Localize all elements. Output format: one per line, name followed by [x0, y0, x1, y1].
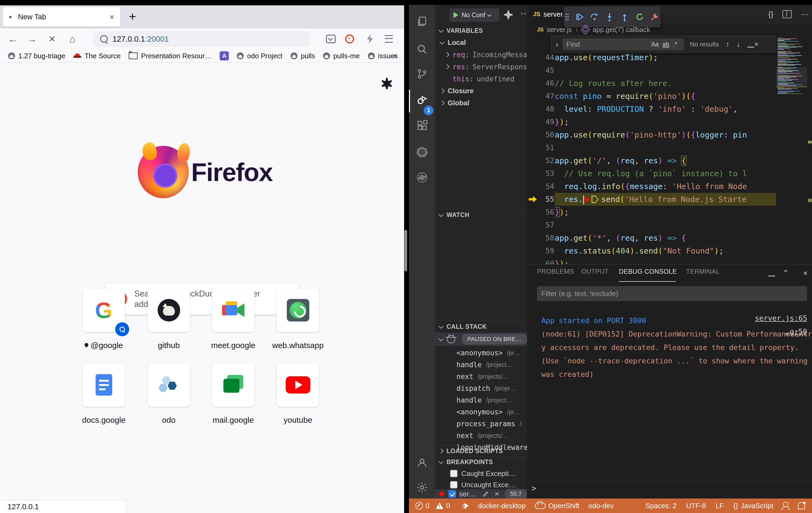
- code-line[interactable]: res.send('Hello from Node.js Starte: [555, 193, 776, 206]
- loaded-scripts-section-header[interactable]: LOADED SCRIPTS: [435, 445, 527, 457]
- debug-status-icon[interactable]: [459, 503, 469, 508]
- code-line[interactable]: // Use req.log (a `pino` instance) to l: [555, 167, 776, 180]
- code-line[interactable]: });: [555, 206, 776, 219]
- forward-button[interactable]: →: [25, 28, 39, 50]
- indentation-status[interactable]: Spaces: 2: [645, 502, 677, 510]
- panel-tab-terminal[interactable]: TERMINAL: [686, 268, 720, 275]
- variable-row[interactable]: Global: [435, 97, 527, 109]
- panel-tab-output[interactable]: OUTPUT: [581, 268, 609, 275]
- console-source-link[interactable]: server.js:65: [755, 314, 807, 322]
- maximize-panel-icon[interactable]: ⌃: [782, 268, 789, 278]
- kubernetes-icon[interactable]: [409, 140, 435, 164]
- sticky-braces-icon[interactable]: {}: [768, 10, 773, 19]
- variable-row[interactable]: Local: [435, 36, 527, 49]
- panel-tab-debug-console[interactable]: DEBUG CONSOLE: [619, 268, 677, 275]
- continue-button[interactable]: [575, 12, 584, 22]
- tab-close-icon[interactable]: ×: [109, 12, 114, 21]
- stop-button[interactable]: ×: [45, 28, 59, 50]
- minimap[interactable]: [776, 31, 807, 264]
- bookmark-item[interactable]: The Source: [73, 52, 121, 60]
- code-line[interactable]: app.use(requestTimer);: [555, 51, 776, 64]
- bookmark-item[interactable]: pulls: [291, 52, 315, 60]
- odo-dev-status[interactable]: odo-dev: [588, 502, 614, 510]
- edit-breakpoint-icon[interactable]: [482, 490, 489, 497]
- openshift-context[interactable]: OpenShift: [535, 502, 579, 510]
- eol-status[interactable]: LF: [716, 502, 724, 510]
- find-collapse-chevron[interactable]: ›: [556, 40, 558, 49]
- code-line[interactable]: // Log routes after here.: [555, 77, 776, 90]
- settings-gear-icon[interactable]: [409, 476, 435, 499]
- pocket-icon[interactable]: [324, 28, 338, 50]
- newtab-search-bar[interactable]: Search with DuckDuckGo or enter address: [105, 283, 298, 315]
- code-line[interactable]: });: [555, 115, 776, 129]
- find-previous-icon[interactable]: ↑: [726, 40, 730, 49]
- window-scrollbar-thumb[interactable]: [404, 230, 407, 271]
- code-line[interactable]: app.get('/', (req, res) => {: [555, 154, 776, 167]
- code-line[interactable]: res.status(404).send("Not Found");: [555, 245, 776, 257]
- breakpoint-caught-exceptions[interactable]: Caught Excepti…: [435, 468, 527, 479]
- bookmarks-overflow-chevron[interactable]: »: [392, 50, 397, 60]
- find-widget[interactable]: › Aa ab .* No results ↑ ↓ ×: [551, 36, 781, 53]
- shortcut-search-badge[interactable]: [115, 322, 129, 336]
- accounts-icon[interactable]: [409, 451, 435, 474]
- breadcrumb[interactable]: JS server.js › app.get('/') callback: [527, 24, 812, 35]
- explorer-icon[interactable]: [409, 10, 435, 33]
- toolbar-drag-grip[interactable]: [565, 13, 569, 21]
- overview-ruler[interactable]: [808, 5, 812, 264]
- openshift-icon[interactable]: [409, 166, 435, 189]
- shortcut-docs-google[interactable]: [83, 363, 125, 407]
- step-into-button[interactable]: [605, 12, 614, 22]
- restart-button[interactable]: [635, 12, 644, 22]
- bookmark-item[interactable]: 1.27 bug-triage: [8, 52, 65, 60]
- stack-frame[interactable]: next/projects/…: [435, 371, 527, 382]
- split-editor-icon[interactable]: [782, 10, 791, 18]
- lightning-extension-icon[interactable]: [363, 28, 377, 50]
- shortcut-meet-google[interactable]: [212, 288, 254, 332]
- regex-toggle[interactable]: .*: [673, 41, 677, 48]
- variables-section-header[interactable]: VARIABLES: [435, 25, 527, 36]
- stack-frame[interactable]: handle/project…: [435, 359, 527, 371]
- code-line[interactable]: req.log.info({message: 'Hello from Node: [555, 180, 776, 193]
- remove-breakpoint-icon[interactable]: ×: [495, 490, 499, 498]
- shortcut-github[interactable]: [148, 288, 190, 332]
- code-line[interactable]: [555, 64, 776, 77]
- bookmark-item[interactable]: A: [220, 51, 229, 60]
- configure-gear-icon[interactable]: [504, 11, 512, 19]
- notifications-bell-icon[interactable]: [798, 502, 805, 509]
- code-line[interactable]: [555, 141, 776, 154]
- extensions-icon[interactable]: [409, 114, 435, 137]
- editor-more-actions-icon[interactable]: ⋯: [801, 10, 808, 19]
- whole-word-toggle[interactable]: ab: [662, 41, 669, 48]
- find-next-icon[interactable]: ↓: [736, 40, 740, 49]
- breakpoint-server-row[interactable]: ser… × 55:7: [435, 489, 527, 498]
- back-button[interactable]: ←: [6, 28, 20, 50]
- breakpoint-uncaught-exceptions[interactable]: Uncaught Exce…: [435, 479, 527, 490]
- checkbox[interactable]: [448, 490, 456, 498]
- variable-row[interactable]: Closure: [435, 85, 527, 97]
- step-out-button[interactable]: [620, 12, 629, 22]
- console-source-link[interactable]: …g:50: [785, 327, 807, 336]
- browser-tab-new-tab[interactable]: New Tab ×: [3, 7, 120, 27]
- code-line[interactable]: const pino = require('pino')({: [555, 90, 776, 103]
- variable-row[interactable]: this:undefined: [435, 73, 527, 85]
- bookmark-item[interactable]: pulls-me: [323, 52, 359, 60]
- find-close-icon[interactable]: ×: [754, 40, 759, 49]
- code-line[interactable]: level: PRODUCTION ? 'info' : 'debug',: [555, 103, 776, 115]
- checkbox[interactable]: [450, 481, 458, 489]
- launch-config-dropdown[interactable]: No Conf: [450, 8, 499, 22]
- code-editor[interactable]: JS server.js {} ⋯ JS server.js › app.get…: [527, 5, 812, 264]
- code-line[interactable]: app.use(require('pino-http')({logger: pi…: [555, 129, 776, 141]
- menu-button[interactable]: [382, 28, 396, 50]
- home-button[interactable]: ⌂: [65, 28, 80, 50]
- feedback-icon[interactable]: [783, 502, 788, 510]
- close-panel-icon[interactable]: ×: [803, 268, 808, 278]
- code-line[interactable]: app.get('*', (req, res) => {: [555, 231, 776, 245]
- stack-frame[interactable]: handle/project…: [435, 394, 527, 406]
- variable-row[interactable]: res:ServerResponse…: [435, 61, 527, 73]
- source-control-icon[interactable]: [409, 62, 435, 85]
- breakpoints-section-header[interactable]: BREAKPOINTS: [435, 457, 527, 467]
- shortcut-web-whatsapp[interactable]: [277, 288, 319, 332]
- stack-frame[interactable]: process_params/.: [435, 418, 527, 430]
- stack-frame[interactable]: next/projects/…: [435, 430, 527, 441]
- stack-frame[interactable]: <anonymous>/pr…: [435, 347, 527, 359]
